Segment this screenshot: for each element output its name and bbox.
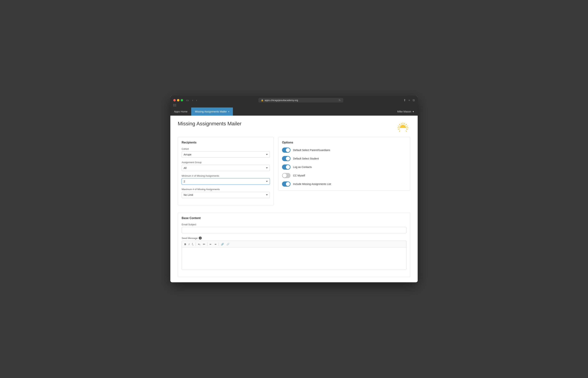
min-missing-label: Minimum # of Missing Assignments — [182, 175, 270, 177]
toggle-slider-cc — [282, 173, 291, 178]
toggle-cc-myself[interactable] — [282, 173, 291, 178]
nav-missing-assignments[interactable]: Missing Assignments Mailer ▾ — [191, 108, 233, 116]
cohort-group: Cohort Arrupe All Freshman Sophomore — [182, 148, 270, 158]
user-name: Mike Mason — [397, 110, 411, 113]
nav-apps-home[interactable]: Apps Home — [170, 108, 191, 116]
svg-rect-16 — [400, 128, 406, 131]
base-content-section: Base Content Email Subject Seed Message … — [178, 213, 410, 277]
option-include-missing-list: Include Missing Assignments List — [282, 181, 406, 187]
option-label-parents: Default Select Parent/Guardians — [293, 148, 330, 152]
toggle-default-parents[interactable] — [282, 148, 291, 153]
seed-message-info-icon[interactable]: i — [199, 237, 202, 240]
toggle-include-list[interactable] — [282, 181, 291, 187]
option-label-contacts: Log as Contacts — [293, 166, 312, 169]
max-missing-label: Maximum # of Missing Assignments — [182, 188, 270, 191]
max-missing-select[interactable]: No Limit 1 2 5 10 — [182, 192, 270, 198]
rich-text-body[interactable] — [182, 248, 406, 270]
recipients-card: Recipients Cohort Arrupe All Freshman So… — [178, 137, 274, 205]
url-text: apps.chicagojesuitacademy.org — [265, 99, 298, 102]
seed-message-label-text: Seed Message — [182, 237, 198, 240]
toolbar-link[interactable]: 🔗 — [220, 242, 225, 246]
svg-line-4 — [399, 124, 400, 125]
forward-button[interactable]: › — [195, 98, 198, 102]
option-default-select-parents: Default Select Parent/Guardians — [282, 148, 406, 153]
apps-grid-area — [170, 104, 418, 108]
toolbar-indent[interactable]: ⇥ — [213, 242, 217, 246]
options-card: Options Default Select Parent/Guardians — [278, 137, 410, 190]
maximize-button[interactable] — [181, 99, 183, 101]
min-missing-select[interactable]: 1 2 3 4 5 No Limit — [182, 178, 270, 185]
base-content-card: Base Content Email Subject Seed Message … — [178, 213, 410, 277]
assignment-group-label: Assignment Group — [182, 161, 270, 164]
title-bar: ▭ ‹ › 🔒 apps.chicagojesuitacademy.org ↻ … — [170, 96, 418, 104]
toggle-slider-student — [282, 156, 291, 161]
toggle-slider-parents — [282, 148, 291, 153]
page-header: Missing Assignments Mailer — [178, 121, 410, 132]
toolbar-unordered-list[interactable]: ≡• — [202, 242, 206, 246]
cohort-select[interactable]: Arrupe All Freshman Sophomore — [182, 151, 270, 158]
toggle-log-contacts[interactable] — [282, 164, 291, 170]
left-panel: Recipients Cohort Arrupe All Freshman So… — [178, 137, 274, 209]
toggle-slider-include — [282, 181, 291, 187]
recipients-title: Recipients — [182, 141, 270, 144]
toolbar-divider-2 — [207, 243, 208, 246]
traffic-lights — [173, 99, 183, 101]
share-icon[interactable]: ⬆ — [404, 98, 406, 102]
option-label-cc: CC Myself — [293, 174, 305, 177]
base-content-title: Base Content — [182, 216, 406, 220]
seed-message-group: Seed Message i B I Ix ≡1 ≡• ⇤ — [182, 237, 406, 270]
assignment-group-select[interactable]: All Homework Classwork — [182, 165, 270, 171]
page-content: Missing Assignments Mailer — [170, 116, 418, 282]
email-subject-label: Email Subject — [182, 223, 406, 226]
option-default-select-student: Default Select Student — [282, 156, 406, 161]
svg-line-11 — [398, 126, 400, 126]
close-button[interactable] — [173, 99, 176, 101]
toolbar-divider-1 — [196, 243, 196, 246]
assignment-group-group: Assignment Group All Homework Classwork — [182, 161, 270, 171]
page-title: Missing Assignments Mailer — [178, 121, 241, 127]
toolbar-unlink[interactable]: 🔗 — [225, 242, 231, 246]
toggle-slider-contacts — [282, 164, 291, 170]
toggle-default-student[interactable] — [282, 156, 291, 161]
reload-icon[interactable]: ↻ — [339, 99, 341, 102]
toolbar-outdent[interactable]: ⇤ — [209, 242, 213, 246]
user-menu[interactable]: Mike Mason ▾ — [394, 108, 418, 116]
max-missing-group: Maximum # of Missing Assignments No Limi… — [182, 188, 270, 198]
user-dropdown-arrow: ▾ — [413, 110, 414, 113]
right-panel: Options Default Select Parent/Guardians — [278, 137, 410, 209]
email-subject-input[interactable] — [182, 227, 406, 233]
toolbar-ordered-list[interactable]: ≡1 — [197, 242, 202, 246]
toolbar-italic-clear[interactable]: Ix — [191, 242, 195, 246]
svg-line-9 — [406, 126, 408, 126]
min-missing-group: Minimum # of Missing Assignments 1 2 3 4… — [182, 175, 270, 185]
options-title: Options — [282, 141, 406, 144]
sidebar-toggle-icon[interactable]: ▭ — [186, 98, 189, 102]
browser-chrome: ▭ ‹ › 🔒 apps.chicagojesuitacademy.org ↻ … — [170, 96, 418, 116]
lock-icon: 🔒 — [261, 99, 264, 101]
option-label-student: Default Select Student — [293, 157, 319, 160]
rich-text-area: B I Ix ≡1 ≡• ⇤ ⇥ 🔗 🔗 — [182, 241, 406, 270]
nav-buttons: ‹ › — [191, 98, 198, 102]
tab-overview-icon[interactable]: ⧉ — [413, 99, 415, 102]
svg-line-12 — [398, 129, 400, 130]
tab-dropdown-arrow[interactable]: ▾ — [228, 111, 229, 113]
address-bar[interactable]: 🔒 apps.chicagojesuitacademy.org ↻ — [258, 98, 343, 103]
address-bar-area: 🔒 apps.chicagojesuitacademy.org ↻ — [200, 98, 402, 103]
toolbar-bold[interactable]: B — [183, 242, 187, 246]
nav-bar: Apps Home Missing Assignments Mailer ▾ M… — [170, 108, 418, 116]
apps-grid[interactable] — [173, 104, 176, 106]
cohort-label: Cohort — [182, 148, 270, 150]
browser-actions: ⬆ + ⧉ — [404, 98, 415, 102]
option-cc-myself: CC Myself — [282, 173, 406, 178]
new-tab-icon[interactable]: + — [408, 99, 410, 102]
minimize-button[interactable] — [177, 99, 179, 101]
svg-line-7 — [404, 123, 405, 124]
nav-spacer — [233, 108, 394, 116]
svg-line-1 — [406, 124, 406, 125]
toolbar-italic[interactable]: I — [187, 242, 190, 246]
sun-icon — [395, 121, 410, 132]
svg-line-8 — [401, 123, 402, 124]
browser-window: ▭ ‹ › 🔒 apps.chicagojesuitacademy.org ↻ … — [170, 96, 418, 282]
option-log-as-contacts: Log as Contacts — [282, 164, 406, 170]
back-button[interactable]: ‹ — [191, 98, 194, 102]
